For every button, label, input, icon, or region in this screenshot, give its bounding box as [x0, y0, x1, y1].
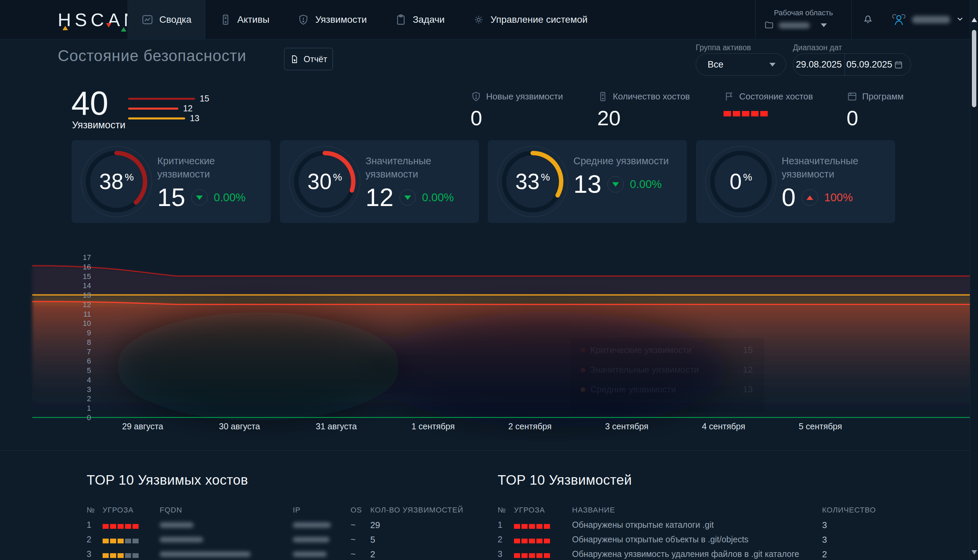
threat-square	[514, 553, 520, 558]
caret-down-icon	[769, 63, 776, 67]
tab-Активы[interactable]: Активы	[206, 0, 284, 39]
document-icon	[290, 55, 299, 64]
host-ip	[293, 520, 331, 530]
y-tick: 0	[87, 413, 91, 422]
vuln-row-num: 1	[498, 520, 502, 530]
threat-square	[103, 524, 109, 529]
date-from[interactable]: 29.08.2025	[793, 59, 844, 70]
asset-group-select[interactable]: Все	[696, 53, 786, 76]
scroll-up-arrow-icon[interactable]	[971, 18, 977, 22]
user-menu[interactable]	[884, 11, 965, 28]
logo-orange-triangle-icon	[62, 26, 68, 30]
threat-square	[125, 553, 131, 558]
notifications-button[interactable]	[852, 13, 884, 27]
severity-bars: 151213	[128, 94, 209, 123]
threat-square	[529, 524, 535, 529]
tab-Управление системой[interactable]: Управление системой	[459, 0, 602, 39]
svg-text:Средние уязвимости: Средние уязвимости	[590, 384, 676, 394]
y-tick: 10	[83, 319, 91, 328]
threat-square	[125, 538, 131, 543]
gear-icon	[473, 13, 485, 26]
stat-label: Количество хостов	[613, 91, 690, 102]
server-icon	[597, 91, 609, 102]
date-range-picker[interactable]: 29.08.2025 05.09.2025	[793, 53, 911, 76]
threat-square	[132, 524, 139, 529]
bell-icon	[862, 13, 874, 25]
tab-Сводка[interactable]: Сводка	[127, 0, 206, 39]
redacted-text	[160, 522, 194, 528]
hosts-col-header: FQDN	[160, 506, 182, 515]
card-value: 12	[366, 185, 393, 210]
threat-square	[117, 524, 124, 529]
trend-down-icon	[191, 189, 207, 206]
report-button-label: Отчёт	[304, 54, 327, 64]
workspace-label: Рабочая область	[764, 8, 843, 17]
workspace-selector[interactable]: Рабочая область	[756, 8, 851, 31]
card-label: Средние уязвимости	[573, 155, 685, 168]
scroll-down-arrow-icon[interactable]	[971, 550, 977, 555]
scrollbar-thumb[interactable]	[972, 30, 976, 107]
severity-bar-row: 15	[128, 94, 209, 103]
vuln-threat-level	[514, 535, 551, 545]
donut-percent: 38%	[76, 140, 157, 223]
threat-square	[132, 553, 139, 558]
card-body: Критические уязвимости 15 0.00%	[157, 155, 269, 210]
x-label: 4 сентября	[702, 422, 745, 431]
vuln-row-num: 2	[498, 535, 502, 544]
host-state-square	[724, 111, 731, 117]
chevron-down-icon	[956, 15, 965, 25]
threat-square	[537, 553, 543, 558]
tab-Задачи[interactable]: Задачи	[381, 0, 459, 39]
threat-square	[110, 553, 116, 558]
redacted-text	[160, 552, 251, 557]
logo-red-triangle-icon	[106, 23, 111, 27]
y-tick: 2	[87, 394, 91, 403]
donut-percent-value: 33	[515, 169, 540, 194]
page-title: Состояние безопасности	[58, 47, 246, 65]
host-os: ~	[351, 535, 356, 544]
vertical-scrollbar[interactable]	[970, 0, 978, 560]
trend-down-icon	[400, 189, 416, 206]
threat-square	[529, 553, 535, 558]
svg-text:Критические уязвимости: Критические уязвимости	[590, 345, 692, 355]
hosts-col-header: IP	[293, 506, 301, 515]
y-tick: 15	[83, 272, 91, 281]
x-label: 5 сентября	[799, 422, 842, 431]
card-body: Средние уязвимости 13 0.00%	[573, 155, 685, 197]
tab-label: Управление системой	[490, 14, 588, 25]
vulnerabilities-trend-chart[interactable]: Критические уязвимости15Значительные уяз…	[0, 238, 978, 441]
trend-value: 0.00%	[214, 191, 246, 204]
tab-label: Сводка	[159, 14, 192, 25]
threat-square	[132, 538, 139, 543]
tab-label: Задачи	[413, 14, 445, 25]
vuln-name: Обнаружена уязвимость удаления файлов в …	[572, 549, 799, 559]
redacted-text	[293, 522, 331, 528]
vulns-col-header: УГРОЗА	[514, 506, 545, 515]
card-Значительные уязвимости: 30%Значительные уязвимости 12 0.00%	[280, 140, 479, 223]
vuln-row-num: 3	[498, 549, 502, 559]
card-value: 0	[782, 185, 796, 210]
svg-text:12: 12	[743, 365, 753, 375]
tab-Уязвимости[interactable]: Уязвимости	[283, 0, 381, 39]
y-tick: 9	[87, 328, 91, 337]
host-state-square	[760, 111, 768, 117]
card-value: 15	[157, 185, 185, 210]
asset-group-label: Группа активов	[696, 43, 751, 52]
threat-square	[537, 538, 543, 543]
donut-percent-value: 30	[308, 169, 331, 194]
date-to[interactable]: 05.09.2025	[845, 59, 894, 70]
y-tick: 12	[83, 300, 91, 309]
top-nav: HSCAN СводкаАктивыУязвимостиЗадачиУправл…	[0, 0, 978, 39]
trend-value: 0.00%	[422, 191, 454, 204]
vuln-count: 3	[822, 520, 827, 530]
caret-down-icon	[821, 23, 827, 27]
vulns-col-header: КОЛИЧЕСТВО	[822, 506, 876, 515]
stat-label: Новые уязвимости	[486, 91, 563, 102]
severity-bar-row: 12	[128, 103, 209, 113]
threat-square	[514, 524, 520, 529]
report-button[interactable]: Отчёт	[284, 48, 333, 70]
donut-percent: 30%	[284, 140, 366, 223]
threat-square	[117, 553, 124, 558]
donut-percent-value: 38	[99, 169, 123, 194]
server-icon	[219, 13, 232, 26]
